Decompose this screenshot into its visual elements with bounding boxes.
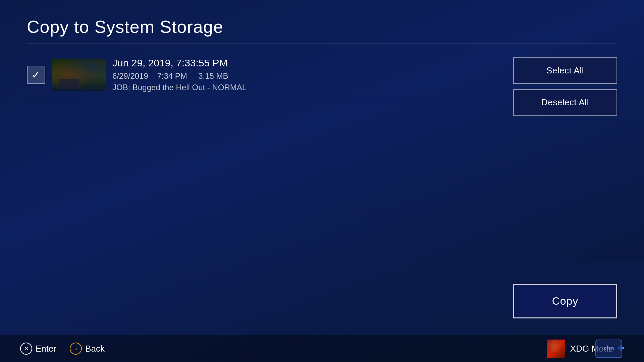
page-title: Copy to System Storage	[0, 0, 644, 44]
checkmark-icon: ✓	[32, 69, 41, 80]
save-info: Jun 29, 2019, 7:33:55 PM 6/29/2019 7:34 …	[112, 57, 500, 92]
save-size: 3.15 MB	[198, 71, 228, 80]
select-all-button[interactable]: Select All	[513, 57, 617, 84]
save-item[interactable]: ✓ Jun 29, 2019, 7:33:55 PM 6/29/2019 7:3…	[27, 57, 500, 99]
save-job: JOB: Bugged the Hell Out - NORMAL	[112, 83, 500, 92]
right-panel: Select All Deselect All	[513, 57, 617, 116]
save-list: ✓ Jun 29, 2019, 7:33:55 PM 6/29/2019 7:3…	[27, 57, 500, 99]
save-checkbox[interactable]: ✓	[27, 66, 45, 84]
copy-button[interactable]: Copy	[513, 284, 617, 318]
enter-control: ✕ Enter	[20, 343, 56, 355]
xdg-logo: XDG	[594, 339, 624, 359]
bottom-bar: ✕ Enter ○ Back XDG Modz ✚	[0, 335, 644, 362]
save-date: 6/29/2019	[112, 71, 148, 80]
enter-label: Enter	[36, 344, 56, 354]
save-time: 7:34 PM	[157, 71, 187, 80]
xdg-logo-inner: XDG	[595, 340, 622, 358]
back-control: ○ Back	[70, 343, 105, 355]
save-thumbnail	[52, 59, 106, 91]
save-title: Jun 29, 2019, 7:33:55 PM	[112, 57, 500, 69]
save-meta: 6/29/2019 7:34 PM 3.15 MB	[112, 71, 500, 81]
copy-button-container: Copy	[513, 284, 617, 318]
deselect-all-button[interactable]: Deselect All	[513, 89, 617, 116]
main-content: ✓ Jun 29, 2019, 7:33:55 PM 6/29/2019 7:3…	[0, 44, 644, 129]
user-avatar	[547, 340, 565, 358]
bottom-controls: ✕ Enter ○ Back	[20, 343, 105, 355]
back-label: Back	[85, 344, 105, 354]
x-button-icon: ✕	[20, 343, 32, 355]
o-button-icon: ○	[70, 343, 82, 355]
